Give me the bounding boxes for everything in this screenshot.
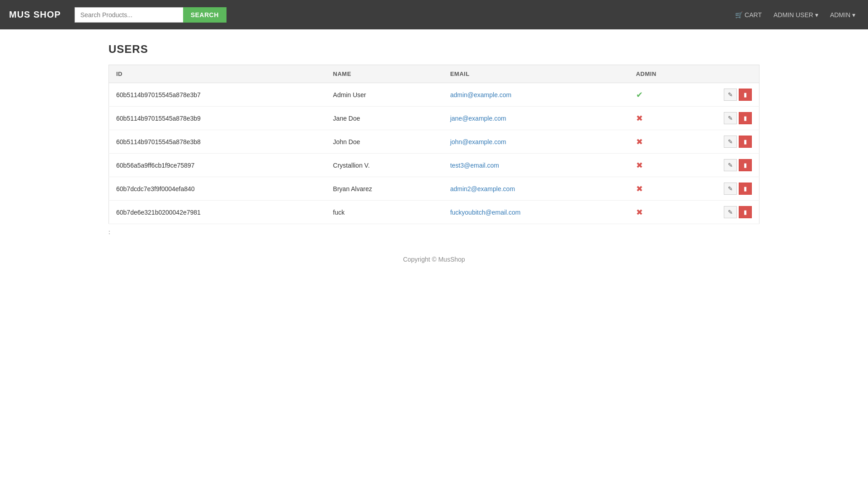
pagination-text: : (108, 229, 110, 235)
cell-actions: ✎ ▮ (705, 154, 760, 177)
cell-admin: ✖ (629, 177, 705, 201)
footer: Copyright © MusShop (108, 256, 760, 272)
cell-id: 60b5114b97015545a878e3b7 (109, 83, 326, 107)
nav-right: 🛒 CART ADMIN USER ▾ ADMIN ▾ (731, 9, 859, 21)
cross-icon: ✖ (636, 137, 643, 146)
cross-icon: ✖ (636, 208, 643, 217)
cell-name: John Doe (326, 130, 443, 154)
delete-button[interactable]: ▮ (739, 89, 752, 101)
cell-id: 60b5114b97015545a878e3b9 (109, 107, 326, 130)
table-row: 60b7de6e321b0200042e7981fuckfuckyoubitch… (109, 201, 760, 224)
cell-actions: ✎ ▮ (705, 201, 760, 224)
cell-email: test3@email.com (443, 154, 629, 177)
cell-name: Jane Doe (326, 107, 443, 130)
table-row: 60b56a5a9ff6cb1f9ce75897Crystallion V.te… (109, 154, 760, 177)
cell-admin: ✔ (629, 83, 705, 107)
trash-icon: ▮ (744, 162, 747, 169)
edit-icon: ✎ (728, 185, 733, 192)
email-link[interactable]: test3@email.com (450, 162, 499, 169)
cell-actions: ✎ ▮ (705, 107, 760, 130)
delete-button[interactable]: ▮ (739, 159, 752, 171)
trash-icon: ▮ (744, 185, 747, 192)
action-cell: ✎ ▮ (712, 183, 752, 195)
edit-button[interactable]: ✎ (724, 136, 737, 148)
cell-id: 60b7dcdc7e3f9f0004efa840 (109, 177, 326, 201)
cell-email: john@example.com (443, 130, 629, 154)
table-header: ID NAME EMAIL ADMIN (109, 65, 760, 83)
cell-email: admin@example.com (443, 83, 629, 107)
edit-icon: ✎ (728, 115, 733, 122)
delete-button[interactable]: ▮ (739, 183, 752, 195)
cell-id: 60b56a5a9ff6cb1f9ce75897 (109, 154, 326, 177)
cart-link[interactable]: 🛒 CART (731, 9, 765, 21)
cell-name: Crystallion V. (326, 154, 443, 177)
table-row: 60b5114b97015545a878e3b8John Doejohn@exa… (109, 130, 760, 154)
trash-icon: ▮ (744, 115, 747, 122)
col-admin: ADMIN (629, 65, 705, 83)
admin-user-label: ADMIN USER (774, 11, 813, 19)
delete-button[interactable]: ▮ (739, 136, 752, 148)
cell-actions: ✎ ▮ (705, 130, 760, 154)
edit-icon: ✎ (728, 91, 733, 98)
cart-label: CART (745, 11, 762, 19)
col-email: EMAIL (443, 65, 629, 83)
table-row: 60b5114b97015545a878e3b7Admin Useradmin@… (109, 83, 760, 107)
check-icon: ✔ (636, 90, 643, 99)
col-name: NAME (326, 65, 443, 83)
edit-button[interactable]: ✎ (724, 183, 737, 195)
cross-icon: ✖ (636, 161, 643, 170)
table-header-row: ID NAME EMAIL ADMIN (109, 65, 760, 83)
search-form: SEARCH (75, 7, 226, 23)
table-row: 60b5114b97015545a878e3b9Jane Doejane@exa… (109, 107, 760, 130)
cell-id: 60b5114b97015545a878e3b8 (109, 130, 326, 154)
admin-user-dropdown[interactable]: ADMIN USER ▾ (770, 9, 822, 21)
edit-button[interactable]: ✎ (724, 89, 737, 101)
action-cell: ✎ ▮ (712, 159, 752, 171)
chevron-down-icon-2: ▾ (852, 11, 855, 19)
navbar: MUS SHOP SEARCH 🛒 CART ADMIN USER ▾ ADMI… (0, 0, 868, 29)
cell-email: admin2@example.com (443, 177, 629, 201)
cell-actions: ✎ ▮ (705, 83, 760, 107)
delete-button[interactable]: ▮ (739, 206, 752, 218)
cell-email: fuckyoubitch@email.com (443, 201, 629, 224)
table-row: 60b7dcdc7e3f9f0004efa840Bryan Alvarezadm… (109, 177, 760, 201)
chevron-down-icon: ▾ (815, 11, 818, 19)
brand-logo[interactable]: MUS SHOP (9, 9, 61, 20)
edit-button[interactable]: ✎ (724, 159, 737, 171)
action-cell: ✎ ▮ (712, 206, 752, 218)
email-link[interactable]: admin@example.com (450, 91, 512, 99)
email-link[interactable]: john@example.com (450, 138, 506, 145)
cell-email: jane@example.com (443, 107, 629, 130)
search-button[interactable]: SEARCH (183, 7, 226, 23)
edit-button[interactable]: ✎ (724, 112, 737, 124)
trash-icon: ▮ (744, 91, 747, 98)
cell-actions: ✎ ▮ (705, 177, 760, 201)
edit-icon: ✎ (728, 162, 733, 169)
trash-icon: ▮ (744, 138, 747, 145)
admin-dropdown[interactable]: ADMIN ▾ (826, 9, 859, 21)
cell-name: Bryan Alvarez (326, 177, 443, 201)
cell-name: Admin User (326, 83, 443, 107)
cell-id: 60b7de6e321b0200042e7981 (109, 201, 326, 224)
cell-admin: ✖ (629, 107, 705, 130)
email-link[interactable]: jane@example.com (450, 115, 506, 122)
edit-icon: ✎ (728, 209, 733, 216)
users-table: ID NAME EMAIL ADMIN 60b5114b97015545a878… (108, 65, 760, 224)
cell-admin: ✖ (629, 154, 705, 177)
delete-button[interactable]: ▮ (739, 112, 752, 124)
cart-icon: 🛒 (735, 11, 743, 19)
cell-admin: ✖ (629, 201, 705, 224)
col-id: ID (109, 65, 326, 83)
action-cell: ✎ ▮ (712, 136, 752, 148)
email-link[interactable]: admin2@example.com (450, 185, 515, 192)
cross-icon: ✖ (636, 184, 643, 193)
edit-button[interactable]: ✎ (724, 206, 737, 218)
search-input[interactable] (75, 7, 183, 23)
action-cell: ✎ ▮ (712, 89, 752, 101)
col-actions (705, 65, 760, 83)
email-link[interactable]: fuckyoubitch@email.com (450, 209, 521, 216)
admin-label: ADMIN (830, 11, 850, 19)
edit-icon: ✎ (728, 138, 733, 145)
page-title: USERS (108, 43, 760, 56)
action-cell: ✎ ▮ (712, 112, 752, 124)
